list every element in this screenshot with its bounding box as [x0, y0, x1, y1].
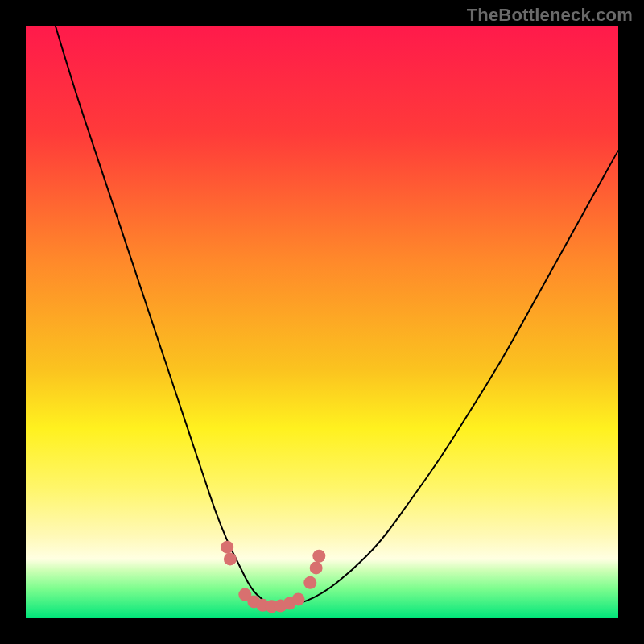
watermark-text: TheBottleneck.com	[467, 5, 633, 26]
highlight-dot	[224, 552, 237, 565]
highlight-dot	[303, 576, 316, 589]
highlight-dot	[312, 550, 325, 563]
gradient-background	[26, 26, 618, 618]
highlight-dot	[310, 561, 323, 574]
highlight-dot	[292, 592, 305, 605]
plot-area	[26, 26, 618, 618]
outer-frame: TheBottleneck.com	[0, 0, 644, 644]
highlight-dot	[221, 541, 233, 554]
bottleneck-chart	[26, 26, 618, 618]
